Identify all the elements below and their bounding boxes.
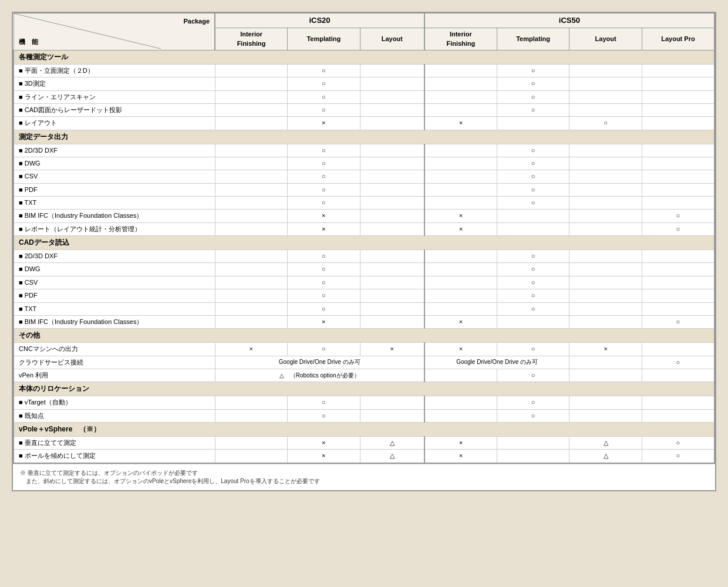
- col-header-ics50-lp: Layout Pro: [642, 28, 714, 50]
- section-sonota: その他: [14, 329, 714, 343]
- table-row: vPen 利用 △ （Robotics optionが必要） ○: [14, 369, 714, 382]
- col-header-ics20-tp: Templating: [288, 28, 360, 50]
- table-row: ■ レポート（レイアウト統計・分析管理） × × ○: [14, 222, 714, 235]
- table-row: ■ BIM IFC（Industry Foundation Classes） ×…: [14, 316, 714, 329]
- table-row: ■ CAD図面からレーザードット投影 ○ ○: [14, 103, 714, 116]
- note-2: また、斜めにして測定するには、オプションのvPoleとvSphereを利用し、L…: [20, 477, 708, 485]
- table-row: ■ 2D/3D DXF ○ ○: [14, 250, 714, 263]
- note-1: ※ 垂直に立てて測定するには、オプションのバイポッドが必要です: [20, 469, 708, 477]
- table-row: ■ ポールを傾めにして測定 × △ × △ ○: [14, 450, 714, 463]
- section-kakushu: 各種測定ツール: [14, 50, 714, 64]
- function-label: 機 能: [19, 38, 38, 46]
- table-row: ■ DWG ○ ○: [14, 263, 714, 276]
- table-row: ■ 2D/3D DXF ○ ○: [14, 144, 714, 157]
- table-row: ■ PDF ○ ○: [14, 289, 714, 302]
- table-row: ■ 垂直に立てて測定 × △ × △ ○: [14, 436, 714, 449]
- table-row: ■ TXT ○ ○: [14, 302, 714, 315]
- ics50-header: iCS50: [424, 14, 714, 28]
- section-label: 各種測定ツール: [14, 50, 714, 64]
- table-row: ■ vTarget（自動） ○ ○: [14, 396, 714, 409]
- comparison-table: Package 機 能 iCS20 iCS50 InteriorFinishin…: [12, 12, 716, 491]
- ics20-header: iCS20: [215, 14, 424, 28]
- col-header-ics20-ly: Layout: [360, 28, 424, 50]
- table-row: ■ PDF ○ ○: [14, 183, 714, 196]
- table-row: CNCマシンへの出力 × ○ × × ○ ×: [14, 343, 714, 356]
- feature-header-cell: Package 機 能: [14, 14, 215, 50]
- section-label: 本体のリロケーション: [14, 382, 714, 396]
- table-row: ■ 既知点 ○ ○: [14, 409, 714, 422]
- section-label: CADデータ読込: [14, 236, 714, 250]
- section-vpole: vPole＋vSphere （※）: [14, 422, 714, 436]
- table-row: ■ CSV ○ ○: [14, 170, 714, 183]
- col-header-ics50-if: InteriorFinishing: [424, 28, 497, 50]
- table-row: ■ 平面・立面測定（２D） ○ ○: [14, 64, 714, 77]
- table-row: ■ DWG ○ ○: [14, 157, 714, 170]
- col-header-ics50-ly: Layout: [569, 28, 642, 50]
- table-row: ■ CSV ○ ○: [14, 276, 714, 289]
- table-row: ■ TXT ○ ○: [14, 197, 714, 210]
- package-label: Package: [183, 17, 210, 26]
- section-label: その他: [14, 329, 714, 343]
- notes-section: ※ 垂直に立てて測定するには、オプションのバイポッドが必要です また、斜めにして…: [13, 464, 715, 490]
- table-row: クラウドサービス接続 Google Drive/One Drive のみ可 Go…: [14, 356, 714, 369]
- section-label: 測定データ出力: [14, 130, 714, 144]
- section-relocation: 本体のリロケーション: [14, 382, 714, 396]
- col-header-ics20-if: InteriorFinishing: [215, 28, 288, 50]
- section-label: vPole＋vSphere （※）: [14, 422, 714, 436]
- table-row: ■ BIM IFC（Industry Foundation Classes） ×…: [14, 210, 714, 222]
- section-cad: CADデータ読込: [14, 236, 714, 250]
- section-sokutei: 測定データ出力: [14, 130, 714, 144]
- table-row: ■ ライン・エリアスキャン ○ ○: [14, 90, 714, 103]
- col-header-ics50-tp: Templating: [497, 28, 569, 50]
- main-header-row: Package 機 能 iCS20 iCS50: [14, 14, 714, 28]
- table-row: ■ レイアウト × × ○: [14, 117, 714, 130]
- table-row: ■ 3D測定 ○ ○: [14, 77, 714, 90]
